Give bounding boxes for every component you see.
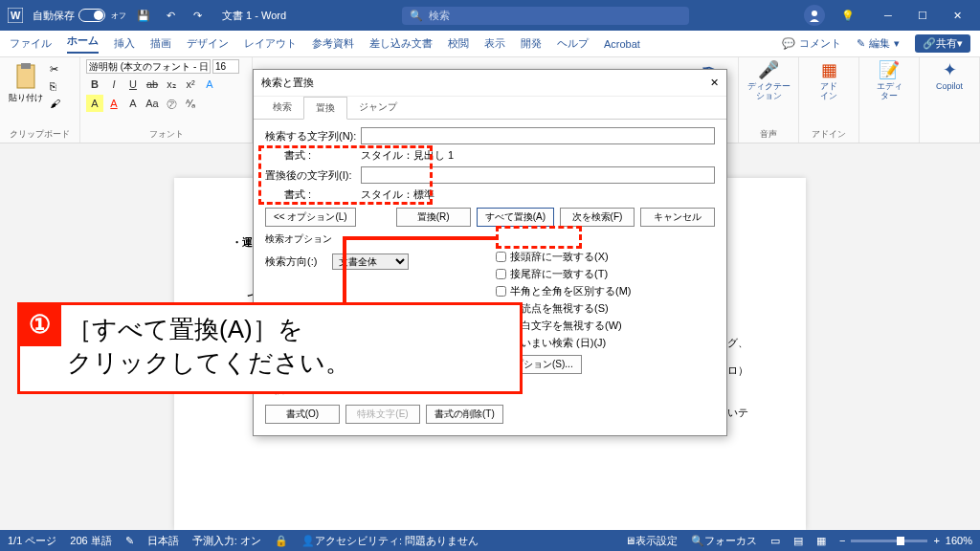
close-button[interactable]: ✕	[940, 0, 974, 31]
enclose-char-button[interactable]: ㋐	[163, 95, 180, 112]
view-print-icon[interactable]: ▭	[770, 535, 780, 547]
format-button[interactable]: 書式(O)	[265, 405, 340, 424]
account-icon[interactable]	[804, 5, 825, 26]
mic-icon: 🎤	[758, 59, 779, 80]
replace-all-button[interactable]: すべて置換(A)	[477, 208, 554, 227]
strike-button[interactable]: ab	[144, 76, 161, 93]
no-format-button[interactable]: 書式の削除(T)	[426, 405, 503, 424]
redo-icon[interactable]: ↷	[188, 6, 207, 25]
chk-punct-label: 句読点を無視する(S)	[510, 301, 609, 316]
superscript-button[interactable]: x²	[182, 76, 199, 93]
leader-vertical	[343, 237, 346, 304]
chk-punct[interactable]: 句読点を無視する(S)	[496, 301, 715, 316]
copilot-button[interactable]: ✦Copilot	[925, 59, 973, 92]
chk-white[interactable]: 空白文字を無視する(W)	[496, 319, 715, 333]
editor-button[interactable]: 📝エディター	[865, 59, 913, 101]
dict-label: ディクテーション	[747, 82, 791, 101]
minimize-button[interactable]: ─	[871, 0, 905, 31]
zoom-value[interactable]: 160%	[946, 535, 972, 546]
toggle-switch[interactable]	[78, 9, 105, 22]
dialog-tab-search[interactable]: 検索	[261, 97, 303, 119]
save-icon[interactable]: 💾	[134, 6, 153, 25]
tab-file[interactable]: ファイル	[10, 36, 52, 51]
comments-button[interactable]: 💬コメント	[782, 36, 841, 51]
italic-button[interactable]: I	[105, 76, 122, 93]
font-name-select[interactable]	[86, 59, 211, 74]
tab-developer[interactable]: 開発	[521, 36, 542, 51]
find-input[interactable]	[361, 127, 715, 144]
status-lang[interactable]: 日本語	[147, 534, 179, 548]
comments-label: コメント	[799, 36, 841, 51]
maximize-button[interactable]: ☐	[905, 0, 940, 31]
underline-button[interactable]: U	[124, 76, 142, 93]
voice-group-label: 音声	[745, 128, 792, 143]
status-words[interactable]: 206 単語	[70, 534, 111, 548]
spellcheck-icon[interactable]: ✎	[125, 535, 134, 547]
tab-insert[interactable]: 挿入	[114, 36, 135, 51]
status-predict[interactable]: 予測入力: オン	[192, 534, 261, 548]
undo-icon[interactable]: ↶	[161, 6, 180, 25]
share-button[interactable]: 🔗共有▾	[915, 34, 970, 53]
editing-button[interactable]: ✎編集▾	[857, 36, 900, 51]
zoom-in-icon[interactable]: +	[933, 535, 939, 546]
view-read-icon[interactable]: ▤	[793, 535, 803, 547]
font-color-button[interactable]: A	[105, 95, 122, 112]
copy-icon[interactable]: ⎘	[50, 80, 67, 96]
dialog-title: 検索と置換	[261, 76, 314, 90]
char-shading-button[interactable]: A	[124, 95, 142, 112]
replace-button[interactable]: 置換(R)	[396, 208, 471, 227]
zoom-out-icon[interactable]: −	[839, 535, 845, 546]
autosave-toggle[interactable]: 自動保存 オフ	[33, 9, 126, 23]
clipboard-group-label: クリップボード	[6, 128, 74, 143]
find-next-button[interactable]: 次を検索(F)	[560, 208, 635, 227]
group-font: B I U ab x₂ x² A A A A Aa ㋐ ᴬ⁄ₐ フォント	[80, 57, 253, 143]
dialog-close-button[interactable]: ✕	[710, 77, 719, 89]
editor-icon: 📝	[879, 59, 900, 80]
tab-mailings[interactable]: 差し込み文書	[369, 36, 433, 51]
zoom-control[interactable]: − + 160%	[839, 535, 972, 546]
status-page[interactable]: 1/1 ページ	[8, 534, 56, 548]
status-focus[interactable]: フォーカス	[704, 535, 757, 546]
special-char-button[interactable]: 特殊文字(E)	[345, 405, 420, 424]
chk-fuzzy[interactable]: あいまい検索 (日)(J)	[496, 336, 715, 350]
paste-button[interactable]: 貼り付け	[6, 63, 46, 104]
tab-draw[interactable]: 描画	[150, 36, 171, 51]
phonetic-button[interactable]: ᴬ⁄ₐ	[182, 95, 199, 112]
tab-review[interactable]: 校閲	[448, 36, 469, 51]
tab-design[interactable]: デザイン	[187, 36, 229, 51]
lightbulb-icon[interactable]: 💡	[838, 6, 858, 25]
chk-width[interactable]: 半角と全角を区別する(M)	[496, 284, 715, 298]
dialog-tab-jump[interactable]: ジャンプ	[347, 97, 409, 119]
tab-acrobat[interactable]: Acrobat	[604, 38, 640, 50]
status-display[interactable]: 表示設定	[635, 535, 678, 546]
tab-view[interactable]: 表示	[484, 36, 505, 51]
chk-prefix[interactable]: 接頭辞に一致する(X)	[496, 250, 715, 264]
less-options-button[interactable]: << オプション(L)	[265, 208, 356, 227]
word-icon: W	[6, 6, 25, 25]
change-case-button[interactable]: Aa	[144, 95, 161, 112]
tab-help[interactable]: ヘルプ	[557, 36, 589, 51]
subscript-button[interactable]: x₂	[163, 76, 180, 93]
zoom-slider[interactable]	[851, 540, 927, 542]
cancel-button[interactable]: キャンセル	[640, 208, 715, 227]
addin-button[interactable]: ▦アドイン	[805, 59, 853, 101]
highlight-button[interactable]: A	[86, 95, 103, 112]
chk-fuzzy-label: あいまい検索 (日)(J)	[510, 336, 606, 350]
dictation-button[interactable]: 🎤ディクテーション	[745, 59, 792, 101]
chk-suffix[interactable]: 接尾辞に一致する(T)	[496, 267, 715, 281]
tab-home[interactable]: ホーム	[67, 33, 99, 54]
bold-button[interactable]: B	[86, 76, 103, 93]
dialog-tab-replace[interactable]: 置換	[303, 97, 347, 120]
cut-icon[interactable]: ✂	[50, 63, 67, 78]
document-title: 文書 1 - Word	[222, 9, 286, 23]
search-box[interactable]: 🔍 検索	[402, 7, 689, 25]
copilot-label: Copilot	[936, 82, 963, 92]
status-a11y[interactable]: アクセシビリティ: 問題ありません	[315, 535, 479, 546]
text-effects-button[interactable]: A	[201, 76, 218, 93]
format-painter-icon[interactable]: 🖌	[50, 98, 67, 113]
tab-references[interactable]: 参考資料	[312, 36, 354, 51]
tab-layout[interactable]: レイアウト	[244, 36, 297, 51]
view-web-icon[interactable]: ▦	[816, 535, 826, 547]
addin-icon: ▦	[821, 59, 837, 80]
font-size-select[interactable]	[212, 59, 239, 74]
